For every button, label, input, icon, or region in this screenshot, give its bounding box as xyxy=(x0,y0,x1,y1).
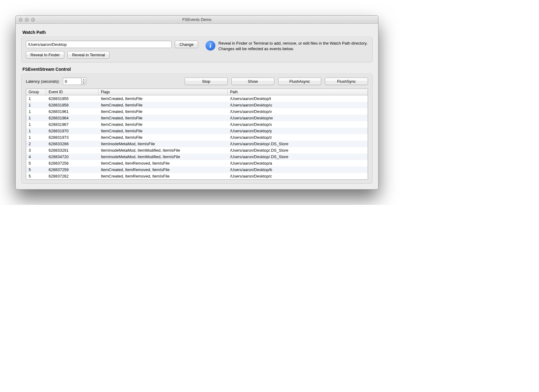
cell-group: 1 xyxy=(26,115,46,121)
cell-flags: ItemCreated, ItemRemoved, ItemIsFile xyxy=(98,166,228,173)
reveal-in-terminal-button[interactable]: Reveal in Terminal xyxy=(67,51,110,58)
cell-path: /Users/aaron/Desktop/w xyxy=(228,115,368,121)
cell-path: /Users/aaron/Desktop/c xyxy=(228,173,368,179)
cell-event-id: 628837262 xyxy=(46,173,98,179)
stepper-arrows[interactable]: ▲ ▼ xyxy=(81,78,86,85)
cell-group: 5 xyxy=(26,173,46,179)
col-header-group[interactable]: Group xyxy=(26,89,46,95)
cell-event-id: 628833291 xyxy=(46,147,98,154)
cell-group: 5 xyxy=(26,160,46,166)
reveal-in-finder-button[interactable]: Reveal In Finder xyxy=(26,51,64,58)
table-row[interactable]: 5628837259ItemCreated, ItemRemoved, Item… xyxy=(26,166,368,173)
minimize-icon[interactable] xyxy=(25,18,29,22)
cell-event-id: 628834720 xyxy=(46,154,98,160)
events-table[interactable]: Group Event ID Flags Path 1628831955Item… xyxy=(26,89,368,180)
info-text: Reveal in Finder or Terminal to add, rem… xyxy=(218,41,368,52)
cell-path: /Users/aaron/Desktop/y xyxy=(228,128,368,134)
cell-group: 3 xyxy=(26,147,46,154)
cell-event-id: 628831970 xyxy=(46,128,98,134)
cell-group: 2 xyxy=(26,141,46,147)
cell-path: /Users/aaron/Desktop/x xyxy=(228,121,368,128)
cell-path: /Users/aaron/Desktop/.DS_Store xyxy=(228,147,368,154)
table-row[interactable]: 1628831964ItemCreated, ItemIsFile/Users/… xyxy=(26,115,368,121)
window-content: Watch Path Change Reveal In Finder Revea… xyxy=(16,24,378,189)
info-icon: i xyxy=(206,41,215,50)
fseventstream-control-group: Latency (seconds): ▲ ▼ Stop Show FlushAs… xyxy=(21,74,373,184)
cell-flags: ItemCreated, ItemRemoved, ItemIsFile xyxy=(98,160,228,166)
cell-flags: ItemCreated, ItemIsFile xyxy=(98,102,228,108)
table-row[interactable]: 1628831970ItemCreated, ItemIsFile/Users/… xyxy=(26,128,368,134)
app-window: FSEvents Demo Watch Path Change Reveal I… xyxy=(15,15,378,190)
cell-path: /Users/aaron/Desktop/z xyxy=(228,134,368,141)
cell-flags: ItemInodeMetaMod, ItemModified, ItemIsFi… xyxy=(98,154,228,160)
cell-path: /Users/aaron/Desktop/u xyxy=(228,102,368,108)
table-row[interactable]: 1628831961ItemCreated, ItemIsFile/Users/… xyxy=(26,108,368,115)
cell-event-id: 628837256 xyxy=(46,160,98,166)
col-header-path[interactable]: Path xyxy=(228,89,368,95)
window-title: FSEvents Demo xyxy=(16,17,378,22)
table-row[interactable]: 1628831973ItemCreated, ItemIsFile/Users/… xyxy=(26,134,368,141)
cell-flags: ItemCreated, ItemIsFile xyxy=(98,134,228,141)
table-header: Group Event ID Flags Path xyxy=(26,89,368,95)
stop-button[interactable]: Stop xyxy=(185,78,228,85)
change-button[interactable]: Change xyxy=(175,41,198,48)
table-body: 1628831955ItemCreated, ItemIsFile/Users/… xyxy=(26,95,368,179)
cell-event-id: 628833288 xyxy=(46,141,98,147)
cell-group: 1 xyxy=(26,108,46,115)
info-panel: i Reveal in Finder or Terminal to add, r… xyxy=(206,41,368,58)
cell-group: 4 xyxy=(26,154,46,160)
cell-flags: ItemCreated, ItemIsFile xyxy=(98,128,228,134)
cell-flags: ItemCreated, ItemIsFile xyxy=(98,108,228,115)
cell-path: /Users/aaron/Desktop/b xyxy=(228,166,368,173)
cell-group: 1 xyxy=(26,134,46,141)
cell-path: /Users/aaron/Desktop/a xyxy=(228,160,368,166)
show-button[interactable]: Show xyxy=(231,78,274,85)
table-row[interactable]: 4628834720ItemInodeMetaMod, ItemModified… xyxy=(26,154,368,160)
cell-event-id: 628831961 xyxy=(46,108,98,115)
cell-group: 1 xyxy=(26,128,46,134)
fseventstream-control-label: FSEventStream Control xyxy=(22,67,373,72)
cell-group: 1 xyxy=(26,102,46,108)
traffic-lights xyxy=(16,18,35,22)
zoom-icon[interactable] xyxy=(31,18,35,22)
close-icon[interactable] xyxy=(19,18,22,22)
cell-event-id: 628831967 xyxy=(46,121,98,128)
cell-group: 1 xyxy=(26,95,46,102)
watch-path-input[interactable] xyxy=(26,41,172,48)
cell-group: 5 xyxy=(26,166,46,173)
stepper-up-icon[interactable]: ▲ xyxy=(82,78,86,82)
stepper-down-icon[interactable]: ▼ xyxy=(82,82,86,85)
latency-input[interactable] xyxy=(63,78,81,85)
cell-path: /Users/aaron/Desktop/v xyxy=(228,108,368,115)
watch-path-label: Watch Path xyxy=(22,30,373,35)
table-row[interactable]: 5628837262ItemCreated, ItemRemoved, Item… xyxy=(26,173,368,179)
table-row[interactable]: 3628833291ItemInodeMetaMod, ItemModified… xyxy=(26,147,368,154)
table-row[interactable]: 1628831967ItemCreated, ItemIsFile/Users/… xyxy=(26,121,368,128)
cell-flags: ItemInodeMetaMod, ItemModified, ItemIsFi… xyxy=(98,147,228,154)
table-row[interactable]: 1628831958ItemCreated, ItemIsFile/Users/… xyxy=(26,102,368,108)
cell-flags: ItemCreated, ItemRemoved, ItemIsFile xyxy=(98,173,228,179)
cell-flags: ItemCreated, ItemIsFile xyxy=(98,115,228,121)
flush-async-button[interactable]: FlushAsync xyxy=(278,78,321,85)
table-row[interactable]: 1628831955ItemCreated, ItemIsFile/Users/… xyxy=(26,95,368,102)
cell-event-id: 628831973 xyxy=(46,134,98,141)
table-row[interactable]: 5628837256ItemCreated, ItemRemoved, Item… xyxy=(26,160,368,166)
cell-path: /Users/aaron/Desktop/.DS_Store xyxy=(228,141,368,147)
cell-group: 1 xyxy=(26,121,46,128)
col-header-flags[interactable]: Flags xyxy=(98,89,228,95)
watch-path-group: Change Reveal In Finder Reveal in Termin… xyxy=(21,37,373,62)
latency-stepper[interactable]: ▲ ▼ xyxy=(63,78,86,85)
cell-event-id: 628831964 xyxy=(46,115,98,121)
cell-event-id: 628837259 xyxy=(46,166,98,173)
cell-path: /Users/aaron/Desktop/.DS_Store xyxy=(228,154,368,160)
table-row[interactable]: 2628833288ItemInodeMetaMod, ItemIsFile/U… xyxy=(26,141,368,147)
cell-flags: ItemCreated, ItemIsFile xyxy=(98,95,228,102)
cell-event-id: 628831958 xyxy=(46,102,98,108)
cell-event-id: 628831955 xyxy=(46,95,98,102)
cell-flags: ItemCreated, ItemIsFile xyxy=(98,121,228,128)
cell-flags: ItemInodeMetaMod, ItemIsFile xyxy=(98,141,228,147)
titlebar: FSEvents Demo xyxy=(16,16,378,24)
flush-sync-button[interactable]: FlushSync xyxy=(325,78,368,85)
cell-path: /Users/aaron/Desktop/t xyxy=(228,95,368,102)
col-header-event-id[interactable]: Event ID xyxy=(46,89,98,95)
